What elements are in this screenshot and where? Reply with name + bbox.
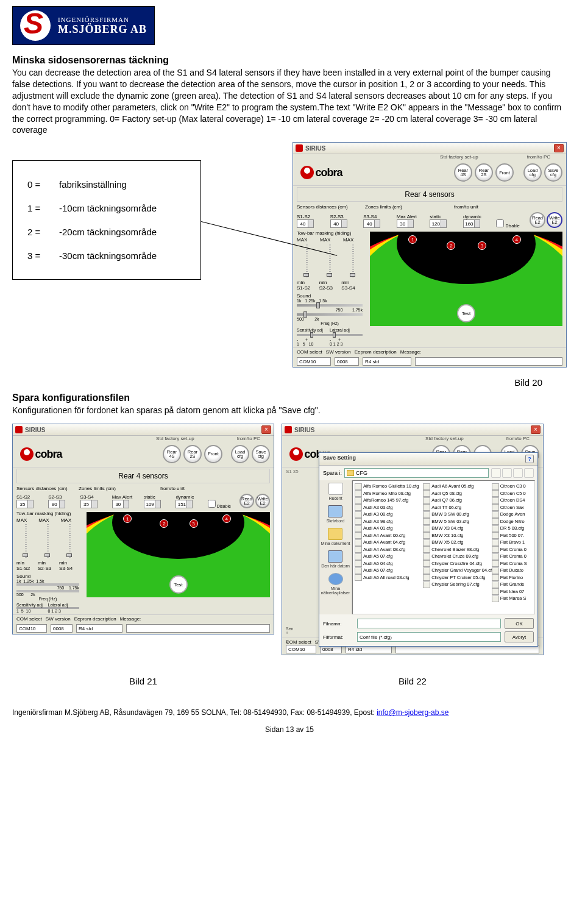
front-button[interactable]: Front <box>495 163 514 182</box>
close-icon[interactable]: × <box>531 425 541 434</box>
spin-s3s4[interactable]: 40 <box>363 219 380 228</box>
close-icon[interactable]: × <box>554 144 564 152</box>
file-item[interactable]: Fiat Fiorino <box>492 574 533 581</box>
disable-checkbox[interactable] <box>496 219 504 227</box>
sidebar-recent[interactable]: Recent <box>328 483 343 500</box>
file-item[interactable]: Citroen Sax <box>492 504 533 511</box>
spin-s1s2[interactable]: 40 <box>297 219 314 228</box>
ok-button[interactable]: OK <box>505 618 534 629</box>
file-item[interactable]: BMW X3 04.cfg <box>423 525 491 532</box>
file-item[interactable]: Audi A6 04.cfg <box>355 560 423 567</box>
file-list[interactable]: Alfa Romeo Giulietta 10.cfgAlfa Romeo Mi… <box>352 480 535 614</box>
file-item[interactable]: DR 5 08.cfg <box>492 525 533 532</box>
file-item[interactable]: Chevrolet Cruze 09.cfg <box>423 553 491 560</box>
nav-newfolder-icon[interactable] <box>513 468 523 478</box>
file-item[interactable]: Audi TT 06.cfg <box>423 504 491 511</box>
spin-maxalert[interactable]: 30 <box>397 219 414 228</box>
filetype-dropdown[interactable]: Conf file (*.cfg) <box>357 632 501 642</box>
filename-input[interactable] <box>357 619 501 628</box>
sound-slider-1[interactable] <box>297 304 363 307</box>
cancel-button[interactable]: Avbryt <box>505 631 534 642</box>
towbar-slider-1[interactable] <box>303 273 309 277</box>
towbar-slider-2[interactable] <box>327 273 332 277</box>
com-select[interactable]: COM10 <box>16 624 47 633</box>
load-cfg-button[interactable]: Loadcfg <box>231 445 249 463</box>
file-item[interactable]: Dodge Aven <box>492 511 533 518</box>
file-item[interactable]: Audi A4 01.cfg <box>355 525 423 532</box>
spin-s3s4[interactable]: 35 <box>80 500 98 508</box>
file-item[interactable]: Audi A4 Avant 04.cfg <box>355 539 423 546</box>
close-icon[interactable]: × <box>261 425 271 434</box>
help-icon[interactable]: ? <box>525 455 534 463</box>
file-item[interactable]: Citroen C5 0 <box>492 490 533 497</box>
sound-slider-2[interactable] <box>297 313 363 316</box>
spin-dynamic[interactable]: 160 <box>463 219 480 228</box>
save-cfg-button[interactable]: Savecfg <box>544 163 562 182</box>
file-item[interactable]: BMW 5 SW 03.cfg <box>423 518 491 525</box>
spin-s2s3[interactable]: 40 <box>330 219 347 228</box>
test-button[interactable]: Test <box>457 304 475 322</box>
file-item[interactable]: Chrysler Sebring 07.cfg <box>423 581 491 588</box>
file-item[interactable]: Audi A5 07.cfg <box>355 553 423 560</box>
towbar-slider-3[interactable] <box>66 553 72 557</box>
spin-static[interactable]: 120 <box>430 219 447 228</box>
spin-s2s3[interactable]: 80 <box>48 500 65 508</box>
spin-dynamic[interactable]: 151 <box>176 500 193 508</box>
test-button[interactable]: Test <box>169 575 188 594</box>
save-cfg-button[interactable]: Savecfg <box>252 445 270 463</box>
rear-4s-button[interactable]: Rear4S <box>454 163 472 182</box>
file-item[interactable]: Fiat Croma S <box>492 560 533 567</box>
file-item[interactable]: Dodge Nitro <box>492 518 533 525</box>
file-item[interactable]: Citroen DS4 <box>492 497 533 504</box>
file-item[interactable]: Fiat Ducato <box>492 567 533 574</box>
nav-views-icon[interactable] <box>524 468 534 478</box>
sidebar-desktop[interactable]: Skrivbord <box>327 505 345 523</box>
file-item[interactable]: BMW X3 10.cfg <box>423 532 491 539</box>
spin-maxalert[interactable]: 30 <box>112 500 129 508</box>
file-item[interactable]: Audi A4 Avant 00.cfg <box>355 532 423 539</box>
file-item[interactable]: Chrysler Crossfire 04.cfg <box>423 560 491 567</box>
disable-checkbox[interactable] <box>208 500 216 508</box>
file-item[interactable]: Fiat 500 07. <box>492 532 533 539</box>
file-item[interactable]: Chrysler Grand Voyager 04.cfg <box>423 567 491 574</box>
nav-back-icon[interactable] <box>491 468 501 478</box>
sidebar-network[interactable]: Mina nätverksplatser <box>319 573 352 595</box>
write-e2-button[interactable]: WriteE2 <box>255 494 270 508</box>
file-item[interactable]: Fiat Croma 0 <box>492 546 533 553</box>
file-item[interactable]: Audi A3 98.cfg <box>355 518 423 525</box>
com-select[interactable]: COM10 <box>297 357 331 366</box>
front-button[interactable]: Front <box>204 445 222 463</box>
file-item[interactable]: Audi A3 03.cfg <box>355 504 423 511</box>
com-select[interactable]: COM10 <box>286 645 316 653</box>
file-item[interactable]: Alfa Romeo Mito 08.cfg <box>355 490 423 497</box>
file-item[interactable]: Fiat Marea S <box>492 595 533 602</box>
rear-2s-button[interactable]: Rear2S <box>183 445 202 463</box>
read-e2-button[interactable]: ReadE2 <box>239 494 254 508</box>
write-e2-button[interactable]: WriteE2 <box>547 212 562 228</box>
file-item[interactable]: Audi Q7 06.cfg <box>423 497 491 504</box>
towbar-slider-2[interactable] <box>44 553 50 557</box>
spin-s1s2[interactable]: 35 <box>16 500 34 508</box>
sensitivity-slider[interactable] <box>297 334 330 336</box>
sidebar-mycomputer[interactable]: Den här datorn <box>321 550 350 568</box>
sound-slider-1[interactable] <box>16 583 79 586</box>
rear-4s-button[interactable]: Rear4S <box>163 445 181 463</box>
file-item[interactable]: Audi A6 Avant 05.cfg <box>423 483 491 490</box>
file-item[interactable]: Fiat Croma 0 <box>492 553 533 560</box>
file-item[interactable]: Audi A4 Avant 08.cfg <box>355 546 423 553</box>
sidebar-mydocs[interactable]: Mina dokument <box>321 528 350 546</box>
lateral-slider[interactable] <box>330 334 363 336</box>
rear-2s-button[interactable]: Rear2S <box>475 163 493 182</box>
file-item[interactable]: Alfa Romeo Giulietta 10.cfg <box>355 483 423 490</box>
file-item[interactable]: AlfaRomeo 145 97.cfg <box>355 497 423 504</box>
load-cfg-button[interactable]: Loadcfg <box>523 163 542 182</box>
folder-dropdown[interactable]: CFG <box>344 468 489 478</box>
file-item[interactable]: Fiat Idea 07 <box>492 588 533 595</box>
file-item[interactable]: Audi A3 08.cfg <box>355 511 423 518</box>
file-item[interactable]: BMW 3 SW 00.cfg <box>423 511 491 518</box>
file-item[interactable]: BMW X5 02.cfg <box>423 539 491 546</box>
towbar-slider-3[interactable] <box>350 273 355 277</box>
footer-email-link[interactable]: info@m-sjoberg-ab.se <box>377 708 448 717</box>
file-item[interactable]: Audi Q5 08.cfg <box>423 490 491 497</box>
file-item[interactable]: Audi A6 07.cfg <box>355 567 423 574</box>
